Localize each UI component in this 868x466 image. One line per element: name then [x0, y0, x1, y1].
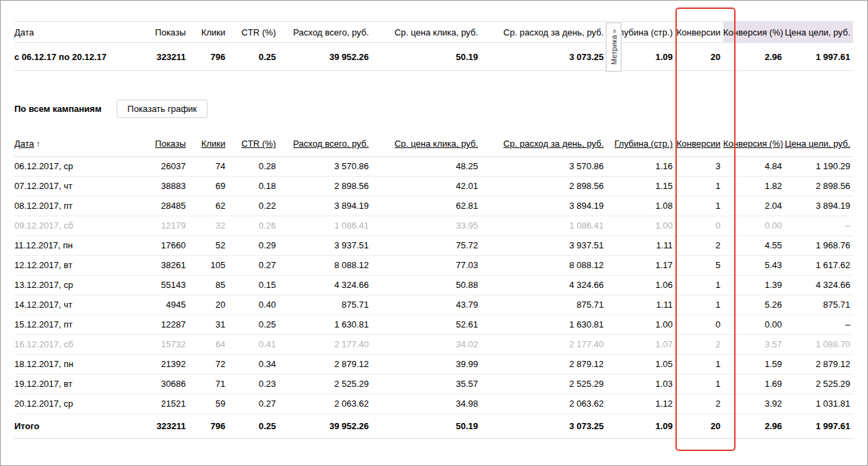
row-value: 20 [188, 295, 228, 315]
row-value: 2 879.12 [481, 354, 606, 374]
column-sort-link[interactable]: Показы [155, 139, 186, 149]
row-value: 5 [675, 255, 723, 275]
row-value: 2 525.29 [481, 374, 606, 394]
row-value: 0.23 [228, 374, 279, 394]
row-value: 1.39 [723, 275, 785, 295]
row-value: 1.16 [606, 156, 675, 176]
row-value: 2 [675, 394, 723, 413]
row-value: 48.25 [372, 156, 481, 176]
column-sort-link[interactable]: Конверсия (%) [723, 139, 783, 149]
column-sort-link[interactable]: Ср. расход за день, руб. [503, 139, 604, 149]
summary-column-header: Ср. расход за день, руб. [481, 22, 606, 43]
row-value: 8 088.12 [279, 255, 372, 275]
row-value: 26037 [145, 156, 188, 176]
total-row: Итого3232117960.2539 952.2650.193 073.25… [14, 413, 853, 438]
row-value: 17660 [145, 235, 188, 255]
total-value: 3 073.25 [481, 413, 606, 438]
row-value: 1.03 [606, 374, 675, 394]
row-value: 77.03 [372, 255, 481, 275]
row-value: – [785, 315, 853, 334]
row-date: 19.12.2017, вт [14, 374, 145, 394]
chevron-expand-icon: » [610, 29, 618, 33]
row-value: 72 [188, 354, 228, 374]
summary-value: 1 997.61 [785, 43, 853, 71]
column-header: Цена цели, руб. [785, 132, 853, 156]
row-value: 875.71 [785, 295, 853, 315]
row-value: 4.55 [723, 235, 785, 255]
row-value: 3 [675, 156, 723, 176]
row-value: 85 [188, 275, 228, 295]
column-header: Конверсии [675, 132, 723, 156]
row-value: 3.57 [723, 334, 785, 354]
show-chart-button[interactable]: Показать график [117, 100, 208, 118]
row-value: 1.15 [606, 176, 675, 196]
row-value: 0.22 [228, 196, 279, 216]
summary-value: 39 952.26 [279, 43, 372, 71]
column-sort-link[interactable]: Ср. цена клика, руб. [395, 139, 478, 149]
row-value: 33.95 [372, 216, 481, 235]
row-value: 59 [188, 394, 228, 413]
column-sort-link[interactable]: Клики [201, 139, 225, 149]
column-sort-link[interactable]: Глубина (стр.) [615, 139, 673, 149]
summary-value: 2.96 [723, 43, 785, 71]
row-value: 1.05 [606, 354, 675, 374]
row-value: 2 879.12 [279, 354, 372, 374]
row-value: 62.81 [372, 196, 481, 216]
row-value: 1.06 [606, 275, 675, 295]
row-value: 1 617.62 [785, 255, 853, 275]
total-value: 20 [675, 413, 723, 438]
row-date: 06.12.2017, ср [14, 156, 145, 176]
row-value: 1.00 [606, 315, 675, 334]
row-value: 0.40 [228, 295, 279, 315]
row-value: 74 [188, 156, 228, 176]
column-header: Ср. цена клика, руб. [372, 132, 481, 156]
row-value: 0.27 [228, 255, 279, 275]
summary-table: ДатаПоказыКликиCTR (%)Расход всего, руб.… [14, 21, 853, 71]
row-value: 12287 [145, 315, 188, 334]
sort-ascending-icon: ↑ [36, 139, 41, 149]
row-date: 18.12.2017, пн [14, 354, 145, 374]
row-value: 43.79 [372, 295, 481, 315]
row-value: 2 525.29 [279, 374, 372, 394]
row-value: 1.17 [606, 255, 675, 275]
column-header: Глубина (стр.) [606, 132, 675, 156]
summary-period: с 06.12.17 по 20.12.17 [14, 43, 145, 71]
column-sort-link[interactable]: Расход всего, руб. [293, 139, 369, 149]
row-value: – [785, 216, 853, 235]
total-value: 323211 [145, 413, 188, 438]
table-row: 06.12.2017, ср26037740.283 570.8648.253 … [14, 156, 853, 176]
row-value: 55143 [145, 275, 188, 295]
row-value: 42.01 [372, 176, 481, 196]
row-value: 64 [188, 334, 228, 354]
row-value: 1 968.76 [785, 235, 853, 255]
row-value: 0 [675, 216, 723, 235]
row-value: 0.00 [723, 216, 785, 235]
row-date: 13.12.2017, ср [14, 275, 145, 295]
row-value: 1 086.41 [279, 216, 372, 235]
metrika-tab[interactable]: Метрика » [606, 23, 621, 72]
row-value: 0.25 [228, 315, 279, 334]
column-sort-link[interactable]: Конверсии [677, 139, 720, 149]
row-value: 4.84 [723, 156, 785, 176]
summary-column-header: Расход всего, руб. [279, 22, 372, 43]
row-value: 0.00 [723, 315, 785, 334]
column-sort-link[interactable]: Цена цели, руб. [785, 139, 850, 149]
summary-value: 323211 [145, 43, 188, 71]
row-value: 35.57 [372, 374, 481, 394]
total-value: 1 997.61 [785, 413, 853, 438]
table-header-row: Дата↑ПоказыКликиCTR (%)Расход всего, руб… [14, 132, 853, 156]
total-label: Итого [14, 413, 145, 438]
row-value: 1 630.81 [481, 315, 606, 334]
row-value: 2 898.56 [481, 176, 606, 196]
row-value: 1 [675, 295, 723, 315]
column-sort-link[interactable]: Дата [14, 139, 34, 149]
table-row: 14.12.2017, чт4945200.40875.7143.79875.7… [14, 295, 853, 315]
summary-value: 3 073.25 [481, 43, 606, 71]
row-value: 3 894.19 [481, 196, 606, 216]
row-value: 2 [675, 334, 723, 354]
column-sort-link[interactable]: CTR (%) [241, 139, 276, 149]
summary-column-header: Конверсия (%) [723, 22, 785, 43]
row-value: 1.69 [723, 374, 785, 394]
total-value: 50.19 [372, 413, 481, 438]
column-header: CTR (%) [228, 132, 279, 156]
